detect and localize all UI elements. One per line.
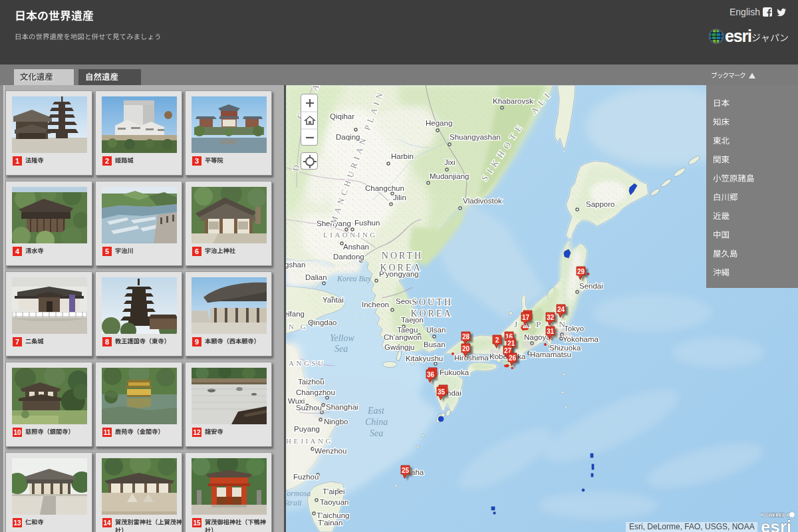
svg-text:Changzhou: Changzhou [296, 388, 335, 396]
svg-text:Sea: Sea [334, 344, 348, 354]
svg-text:Gwangju: Gwangju [384, 343, 414, 351]
svg-text:Shuangyashan: Shuangyashan [450, 133, 501, 141]
svg-text:Jixi: Jixi [444, 158, 456, 166]
svg-text:LIAONING: LIAONING [323, 231, 378, 239]
svg-text:Sendai: Sendai [579, 282, 603, 290]
svg-text:28: 28 [462, 333, 470, 340]
svg-text:China: China [365, 417, 388, 427]
svg-text:29: 29 [577, 268, 585, 275]
svg-text:esri: esri [761, 517, 791, 532]
svg-text:ANGSU: ANGSU [289, 359, 325, 367]
svg-text:Yokohama: Yokohama [563, 335, 599, 343]
svg-text:Khabarovsk: Khabarovsk [493, 97, 533, 105]
svg-text:Taizhou: Taizhou [298, 378, 325, 386]
svg-text:Sea: Sea [370, 428, 383, 438]
svg-text:35: 35 [438, 388, 446, 396]
svg-text:Sapporo: Sapporo [586, 200, 614, 208]
svg-text:Weifang: Weifang [286, 310, 305, 318]
svg-text:15: 15 [193, 519, 201, 527]
svg-text:ndai: ndai [447, 389, 462, 397]
svg-text:Fushun: Fushun [354, 219, 380, 227]
svg-text:Yantai: Yantai [323, 296, 344, 304]
svg-text:Ningbo: Ningbo [324, 418, 348, 426]
svg-text:12: 12 [193, 429, 201, 436]
svg-text:Incheon: Incheon [362, 301, 389, 309]
svg-text:NORTH: NORTH [382, 251, 423, 261]
svg-text:Puyang: Puyang [294, 425, 320, 433]
svg-text:Formosa: Formosa [286, 489, 311, 498]
svg-text:4: 4 [15, 247, 20, 255]
svg-text:14: 14 [103, 519, 111, 527]
svg-text:20: 20 [462, 345, 470, 352]
svg-text:Qingdao: Qingdao [308, 319, 336, 327]
svg-text:Dalian: Dalian [305, 273, 327, 281]
svg-text:Qiqihar: Qiqihar [330, 112, 354, 120]
svg-text:2: 2 [105, 157, 109, 165]
svg-text:11: 11 [104, 429, 111, 436]
svg-text:26: 26 [509, 354, 517, 362]
svg-text:Strait: Strait [286, 498, 302, 507]
svg-text:SOUTH: SOUTH [412, 297, 453, 307]
svg-text:10: 10 [13, 429, 21, 436]
svg-text:6: 6 [195, 247, 199, 255]
svg-text:aha: aha [411, 468, 424, 476]
svg-text:36: 36 [427, 371, 435, 378]
svg-text:Yellow: Yellow [330, 333, 354, 343]
svg-text:9: 9 [195, 338, 199, 346]
svg-text:Busan: Busan [424, 340, 446, 348]
svg-text:24: 24 [557, 306, 565, 313]
svg-text:KOREA: KOREA [380, 263, 422, 273]
svg-text:Vladivostok: Vladivostok [463, 197, 502, 205]
svg-text:Hiroshima: Hiroshima [454, 354, 489, 362]
svg-text:7: 7 [15, 338, 19, 346]
svg-text:Hegang: Hegang [426, 119, 452, 127]
svg-text:2: 2 [495, 336, 499, 344]
svg-text:Anshan: Anshan [343, 243, 369, 251]
svg-text:Wenzhou: Wenzhou [315, 447, 346, 455]
svg-text:13: 13 [13, 519, 21, 527]
svg-text:17: 17 [522, 314, 530, 321]
svg-text:5: 5 [105, 247, 109, 255]
svg-text:Kitakyushu: Kitakyushu [406, 354, 443, 362]
svg-text:HEJIANG: HEJIANG [286, 437, 333, 445]
svg-text:3: 3 [195, 157, 199, 165]
svg-text:Mudanjiang: Mudanjiang [430, 172, 469, 180]
svg-text:Harbin: Harbin [391, 152, 414, 160]
svg-text:Ch'angwon: Ch'angwon [384, 333, 422, 341]
svg-text:25: 25 [402, 467, 410, 474]
svg-text:Fuzhou: Fuzhou [293, 473, 319, 481]
svg-text:gshan: gshan [286, 261, 305, 269]
svg-text:31: 31 [547, 328, 555, 335]
svg-text:East: East [367, 406, 385, 416]
svg-text:English: English [730, 7, 760, 17]
svg-text:1: 1 [15, 157, 19, 165]
svg-text:Daqing: Daqing [336, 133, 360, 141]
svg-text:Dandong: Dandong [333, 253, 364, 261]
svg-text:Taoyuan: Taoyuan [320, 498, 348, 506]
svg-text:esri: esri [725, 27, 751, 45]
svg-text:Hamamatsu: Hamamatsu [530, 350, 571, 358]
svg-text:8: 8 [105, 338, 109, 346]
svg-text:Suzhou: Suzhou [296, 404, 322, 412]
svg-text:32: 32 [547, 314, 555, 321]
svg-text:Fukuoka: Fukuoka [440, 368, 469, 376]
svg-text:Changchun: Changchun [365, 184, 404, 192]
svg-text:Korea Bay: Korea Bay [336, 274, 372, 283]
svg-text:KOREA: KOREA [410, 309, 452, 319]
svg-text:N G: N G [289, 323, 308, 331]
svg-text:T'ainan: T'ainan [318, 519, 342, 527]
svg-text:Shanghai: Shanghai [326, 403, 358, 411]
svg-text:Ulsan: Ulsan [426, 326, 446, 334]
svg-text:Jilin: Jilin [393, 194, 406, 201]
svg-text:T'aipei: T'aipei [323, 487, 345, 495]
